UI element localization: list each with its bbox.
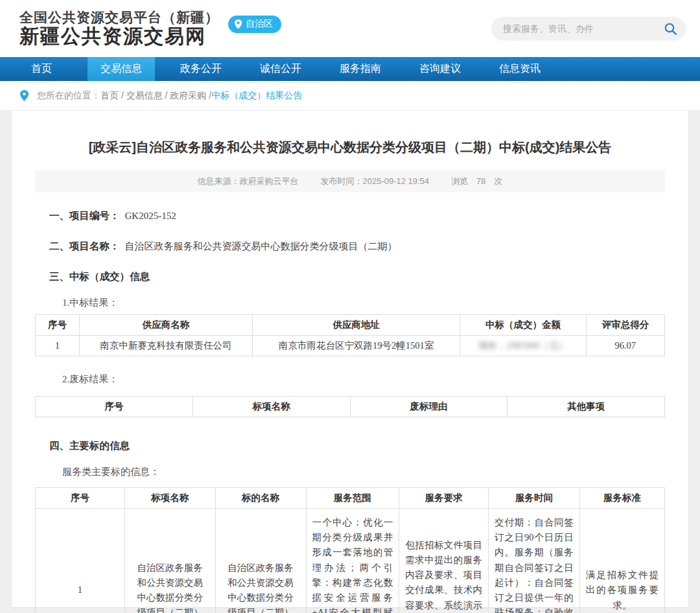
rejected-col-no: 序号 [36,397,193,417]
nav-item-trade-info[interactable]: 交易信息 [88,57,155,81]
article-meta-bar: 信息来源：政府采购云平台 发布时间：2025-09-12 19:54 浏览 78… [35,170,665,192]
nav-item-integrity[interactable]: 诚信公开 [247,57,314,81]
breadcrumb-prefix: 您所在的位置： [37,90,100,102]
award-table-row: 1 南京中新赛克科技有限责任公司 南京市雨花台区宁双路19号2幢1501室 报价… [36,336,665,356]
region-badge-label: 自治区 [246,18,273,30]
rejected-bid-table: 序号 标项名称 废标理由 其他事项 [35,396,665,417]
project-number-label: 一、项目编号： [49,209,120,223]
award-col-supplier: 供应商名称 [79,315,252,336]
main-subject-title: 四、主要标的信息 [49,439,130,453]
service-cell-item-name: 自治区政务服务和公共资源交易中心数据分类分级项目（二期） [124,509,215,613]
meta-publish-time: 发布时间：2025-09-12 19:54 [320,176,429,187]
section-award-info-title: 三、中标（成交）信息 [35,270,665,284]
nav-item-service-guide[interactable]: 服务指南 [327,57,394,81]
breadcrumb-current-page: 中标（成交）结果公告 [211,90,302,102]
award-cell-supplier: 南京中新赛克科技有限责任公司 [79,336,252,356]
service-col-requirement: 服务要求 [399,488,489,509]
site-header: 全国公共资源交易平台（新疆） 新疆公共资源交易网 自治区 [0,0,700,57]
breadcrumb-path-links[interactable]: 首页 / 交易信息 / 政府采购 / [100,90,211,102]
section-project-number: 一、项目编号： GK2025-152 [35,209,665,223]
award-cell-address: 南京市雨花台区宁双路19号2幢1501室 [252,336,460,356]
service-table-row: 1 自治区政务服务和公共资源交易中心数据分类分级项目（二期） 自治区政务服务和公… [36,509,665,613]
project-name-value: 自治区政务服务和公共资源交易中心数据分类分级项目（二期） [125,240,397,253]
breadcrumb: 您所在的位置： 首页 / 交易信息 / 政府采购 / 中标（成交）结果公告 [0,81,700,111]
award-col-no: 序号 [36,315,80,336]
breadcrumb-pin-icon [19,90,29,102]
award-col-address: 供应商地址 [252,315,460,336]
award-cell-no: 1 [36,336,80,356]
rejected-col-other: 其他事项 [508,397,665,417]
project-number-value: GK2025-152 [125,211,176,222]
rejected-table-header-row: 序号 标项名称 废标理由 其他事项 [36,397,665,417]
service-cell-time: 交付期：自合同签订之日90个日历日内。服务期（服务期自合同签订之日起计）：自合同… [489,509,580,613]
service-col-item-name: 标项名称 [124,488,215,509]
service-subject-table: 序号 标项名称 标的名称 服务范围 服务要求 服务时间 服务标准 1 自治区政务… [35,487,665,613]
search-box [491,17,686,41]
service-subject-subtitle: 服务类主要标的信息： [35,466,665,478]
nav-item-consultation[interactable]: 咨询建议 [406,57,474,81]
award-info-title: 三、中标（成交）信息 [49,270,150,284]
award-table-header-row: 序号 供应商名称 供应商地址 中标（成交）金额 评审总得分 [36,315,665,336]
service-col-subject-name: 标的名称 [215,488,306,509]
award-col-score: 评审总得分 [586,315,664,336]
service-cell-no: 1 [36,509,125,613]
award-col-amount: 中标（成交）金额 [460,315,586,336]
article-card: [政采云]自治区政务服务和公共资源交易中心数据分类分级项目（二期）中标(成交)结… [12,111,688,607]
award-result-table: 序号 供应商名称 供应商地址 中标（成交）金额 评审总得分 1 南京中新赛克科技… [35,314,665,356]
main-nav: 首页 交易信息 政务公开 诚信公开 服务指南 咨询建议 信息资讯 [0,57,700,81]
logo-line1: 全国公共资源交易平台（新疆） [19,10,219,25]
page-title: [政采云]自治区政务服务和公共资源交易中心数据分类分级项目（二期）中标(成交)结… [35,129,665,170]
service-cell-scope: 一个中心：优化一期分类分级成果并形成一套落地的管理办法；两个引擎：构建常态化数据… [306,509,399,613]
award-result-subtitle: 1.中标结果： [35,297,665,309]
service-col-standard: 服务标准 [579,488,664,509]
service-col-scope: 服务范围 [306,488,399,509]
service-cell-standard: 满足招标文件提出的各项服务要求。 [579,509,664,613]
nav-item-gov-disclosure[interactable]: 政务公开 [167,57,235,81]
service-table-header-row: 序号 标项名称 标的名称 服务范围 服务要求 服务时间 服务标准 [36,488,665,509]
search-icon[interactable] [662,21,678,36]
nav-item-home[interactable]: 首页 [8,57,75,81]
service-cell-requirement: 包括招标文件项目需求中提出的服务内容及要求、项目交付成果、技术内容要求、系统演示… [399,509,489,613]
meta-source: 信息来源：政府采购云平台 [197,176,298,187]
nav-item-news[interactable]: 信息资讯 [486,57,554,81]
rejected-col-reason: 废标理由 [350,397,508,417]
location-pin-icon [234,19,242,29]
logo-line2: 新疆公共资源交易网 [19,25,219,48]
section-main-subject-title: 四、主要标的信息 [35,439,665,453]
rejected-result-subtitle: 2.废标结果： [35,373,665,386]
meta-view-count: 浏览 78 次 [451,176,502,187]
service-cell-subject-name: 自治区政务服务和公共资源交易中心数据分类分级项目（二期） [215,509,306,613]
service-col-no: 序号 [36,488,125,509]
award-cell-score: 96.07 [586,336,664,356]
project-name-label: 二、项目名称： [49,240,120,253]
site-logo[interactable]: 全国公共资源交易平台（新疆） 新疆公共资源交易网 [19,10,219,48]
region-selector-badge[interactable]: 自治区 [228,16,281,33]
section-project-name: 二、项目名称： 自治区政务服务和公共资源交易中心数据分类分级项目（二期） [35,240,665,253]
search-input[interactable] [503,23,662,34]
award-cell-amount-redacted: 报价：2985000（元） [460,336,586,356]
service-col-time: 服务时间 [489,488,580,509]
rejected-col-item: 标项名称 [192,397,350,417]
